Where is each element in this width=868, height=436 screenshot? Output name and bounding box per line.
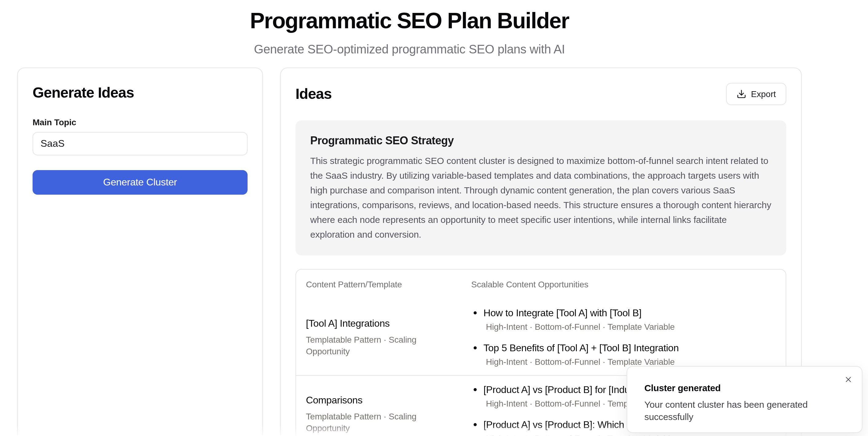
toast-title: Cluster generated (644, 382, 845, 394)
ideas-title: Ideas (296, 84, 332, 104)
generate-ideas-panel: Generate Ideas Main Topic Generate Clust… (17, 67, 263, 436)
seo-plan-builder-page: Programmatic SEO Plan Builder Generate S… (0, 0, 868, 436)
opportunities-list: How to Integrate [Tool A] with [Tool B] … (471, 306, 776, 368)
pattern-meta: Templatable Pattern · Scaling Opportunit… (306, 334, 452, 357)
download-icon (736, 89, 746, 99)
pattern-cell: [Tool A] Integrations Templatable Patter… (306, 317, 471, 357)
ideas-panel-header: Ideas Export (296, 83, 786, 105)
table-row: [Tool A] Integrations Templatable Patter… (296, 299, 786, 375)
strategy-summary: Programmatic SEO Strategy This strategic… (296, 120, 786, 255)
table-header-row: Content Pattern/Template Scalable Conten… (296, 270, 786, 299)
pattern-title: [Tool A] Integrations (306, 317, 452, 331)
opportunity-title: Top 5 Benefits of [Tool A] + [Tool B] In… (484, 341, 776, 355)
opportunity-meta: High-Intent · Bottom-of-Funnel · Templat… (486, 433, 776, 436)
page-subtitle: Generate SEO-optimized programmatic SEO … (17, 40, 802, 58)
page-title: Programmatic SEO Plan Builder (17, 7, 802, 34)
toast-body: Your content cluster has been generated … (644, 399, 829, 423)
export-button[interactable]: Export (726, 83, 786, 105)
export-button-label: Export (751, 89, 776, 99)
strategy-title: Programmatic SEO Strategy (310, 133, 772, 149)
column-header-pattern: Content Pattern/Template (306, 279, 471, 289)
main-topic-input[interactable] (33, 132, 248, 155)
pattern-meta: Templatable Pattern · Scaling Opportunit… (306, 411, 452, 434)
page-header: Programmatic SEO Plan Builder Generate S… (17, 0, 802, 58)
toast-close-button[interactable] (842, 374, 855, 386)
opportunity-item: Top 5 Benefits of [Tool A] + [Tool B] In… (484, 341, 776, 368)
generate-cluster-button[interactable]: Generate Cluster (33, 170, 248, 195)
toast-cluster-generated: Cluster generated Your content cluster h… (627, 366, 863, 433)
column-header-opportunities: Scalable Content Opportunities (471, 279, 776, 289)
main-topic-label: Main Topic (33, 116, 248, 128)
strategy-body: This strategic programmatic SEO content … (310, 154, 772, 242)
pattern-title: Comparisons (306, 394, 452, 407)
opportunity-title: How to Integrate [Tool A] with [Tool B] (484, 306, 776, 320)
app-window: Programmatic SEO Plan Builder Generate S… (0, 0, 868, 436)
generate-ideas-title: Generate Ideas (33, 83, 248, 102)
close-icon (844, 375, 852, 385)
pattern-cell: Comparisons Templatable Pattern · Scalin… (306, 394, 471, 434)
opportunities-cell: How to Integrate [Tool A] with [Tool B] … (471, 306, 776, 368)
opportunity-meta: High-Intent · Bottom-of-Funnel · Templat… (486, 321, 776, 333)
opportunity-item: How to Integrate [Tool A] with [Tool B] … (484, 306, 776, 333)
